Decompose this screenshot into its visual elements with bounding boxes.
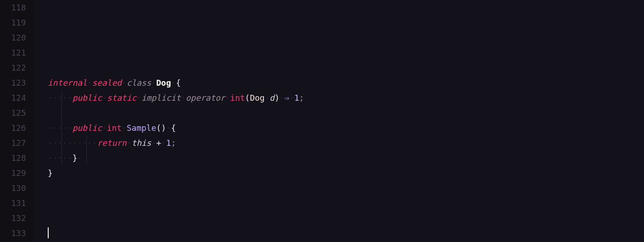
token-function: Sample <box>126 123 156 133</box>
whitespace: · <box>63 138 68 148</box>
token-paren: ( <box>156 123 161 133</box>
code-line[interactable] <box>48 30 644 45</box>
code-line[interactable] <box>48 211 644 226</box>
code-line[interactable]: ·····}· <box>48 150 644 165</box>
line-number: 123 <box>0 75 26 90</box>
indent-guide <box>61 120 62 135</box>
indent-guide <box>86 135 87 150</box>
whitespace: · <box>48 93 53 103</box>
line-number: 130 <box>0 180 26 196</box>
token-keyword: operator <box>186 93 226 103</box>
whitespace: · <box>181 93 186 103</box>
whitespace: · <box>63 93 68 103</box>
whitespace: · <box>92 138 97 148</box>
indent-guide <box>86 150 87 165</box>
token-keyword: public <box>72 123 102 133</box>
code-line[interactable]: ·····public·int·Sample()·{ <box>48 120 644 135</box>
line-number: 131 <box>0 196 26 211</box>
token-this: this <box>131 138 151 148</box>
token-type: int <box>107 123 122 133</box>
line-number: 120 <box>0 30 26 45</box>
token-brace: } <box>48 168 53 178</box>
code-line[interactable] <box>48 105 644 120</box>
token-paren: ) <box>161 123 166 133</box>
line-number: 124 <box>0 90 26 105</box>
token-brace: { <box>176 78 181 88</box>
code-panel[interactable]: internal·sealed·class·Dog·{ ·····public·… <box>34 0 644 242</box>
whitespace: · <box>151 138 156 148</box>
indent-guide <box>61 135 62 150</box>
whitespace: · <box>126 138 131 148</box>
whitespace: · <box>67 93 72 103</box>
token-number: 1 <box>294 93 299 103</box>
line-number: 122 <box>0 60 26 75</box>
token-arrow: ⇒ <box>284 93 289 103</box>
line-number: 119 <box>0 15 26 30</box>
token-operator: + <box>156 138 161 148</box>
code-line[interactable]: internal·sealed·class·Dog·{ <box>48 75 644 90</box>
code-line[interactable] <box>48 180 644 196</box>
token-keyword: sealed <box>92 78 122 88</box>
whitespace: · <box>171 78 176 88</box>
whitespace: · <box>53 93 58 103</box>
whitespace: · <box>87 78 92 88</box>
whitespace: · <box>63 153 68 163</box>
whitespace: · <box>122 78 127 88</box>
whitespace: · <box>289 93 294 103</box>
whitespace: · <box>122 123 127 133</box>
token-paren: ) <box>275 93 280 103</box>
token-paren: ( <box>245 93 250 103</box>
token-keyword: static <box>107 93 136 103</box>
whitespace: · <box>77 153 82 163</box>
code-line[interactable] <box>48 196 644 211</box>
whitespace: · <box>265 93 270 103</box>
token-brace: { <box>171 123 176 133</box>
whitespace: · <box>136 93 141 103</box>
indent-guide <box>61 150 62 165</box>
whitespace: · <box>53 138 58 148</box>
token-number: 1 <box>166 138 171 148</box>
token-semicolon: ; <box>171 138 176 148</box>
whitespace: · <box>151 78 156 88</box>
indent-guide <box>61 90 62 105</box>
code-line-cursor[interactable] <box>48 226 644 241</box>
code-editor[interactable]: 1181191201211221231241251261271281291301… <box>0 0 644 242</box>
whitespace: · <box>279 93 284 103</box>
token-type: int <box>230 93 245 103</box>
whitespace: · <box>48 153 53 163</box>
indent-guide <box>61 105 62 120</box>
token-semicolon: ; <box>299 93 304 103</box>
token-type: Dog <box>156 78 171 88</box>
token-type: Dog <box>250 93 265 103</box>
code-line[interactable] <box>48 60 644 75</box>
line-number: 126 <box>0 120 26 135</box>
whitespace: · <box>48 123 53 133</box>
token-keyword: public <box>72 93 102 103</box>
line-number: 125 <box>0 105 26 120</box>
code-line[interactable]: ··········return·this·+·1; <box>48 135 644 150</box>
whitespace: · <box>67 123 72 133</box>
code-line[interactable]: } <box>48 165 644 180</box>
whitespace: · <box>67 138 72 148</box>
whitespace: · <box>161 138 166 148</box>
token-keyword: class <box>126 78 151 88</box>
text-cursor <box>48 227 49 238</box>
line-number: 127 <box>0 135 26 150</box>
code-line[interactable] <box>48 45 644 60</box>
whitespace: · <box>53 123 58 133</box>
code-line[interactable] <box>48 15 644 30</box>
whitespace: · <box>67 153 72 163</box>
whitespace: · <box>102 123 107 133</box>
line-number: 132 <box>0 211 26 226</box>
whitespace: · <box>87 138 92 148</box>
whitespace: · <box>102 93 107 103</box>
token-keyword: internal <box>48 78 87 88</box>
code-line[interactable]: ·····public·static·implicit·operator·int… <box>48 90 644 105</box>
whitespace: · <box>166 123 171 133</box>
code-line[interactable] <box>48 0 644 15</box>
whitespace: · <box>72 138 77 148</box>
whitespace: · <box>53 153 58 163</box>
line-number-gutter: 1181191201211221231241251261271281291301… <box>0 0 34 242</box>
whitespace: · <box>77 138 82 148</box>
token-brace: } <box>72 153 77 163</box>
